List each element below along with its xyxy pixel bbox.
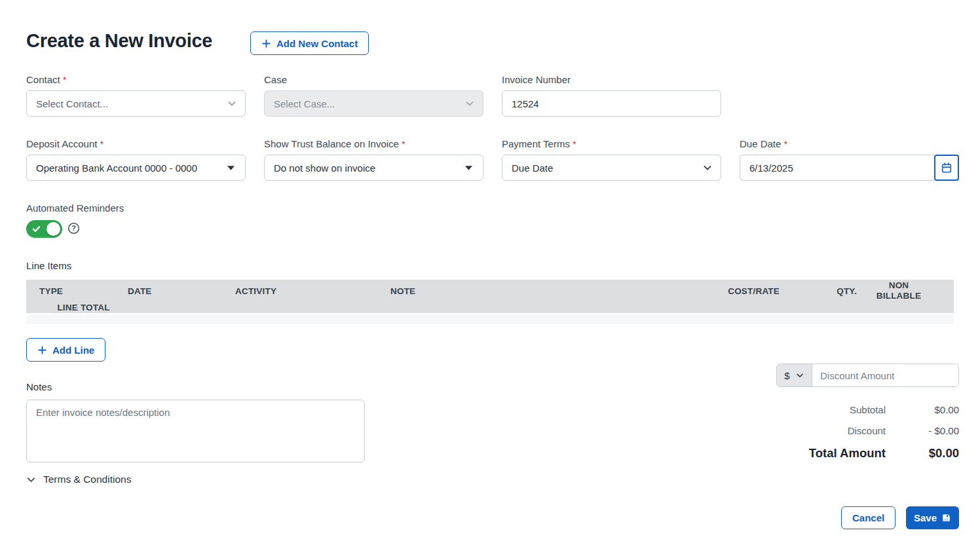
- column-header-line-total: LINE TOTAL: [39, 303, 128, 312]
- calendar-button[interactable]: [934, 155, 959, 181]
- chevron-down-icon: [26, 475, 36, 485]
- trust-balance-select-value: Do not show on invoice: [274, 162, 375, 174]
- contact-select-value: Select Contact...: [36, 98, 108, 109]
- save-button[interactable]: Save: [906, 506, 959, 529]
- case-field: Case Select Case...: [264, 74, 483, 117]
- due-date-group: [740, 155, 959, 181]
- contact-label: Contact*: [26, 74, 246, 85]
- chevron-down-icon: [227, 98, 237, 109]
- total-amount-row: Total Amount $0.00: [684, 446, 959, 470]
- contact-field: Contact* Select Contact...: [26, 74, 246, 117]
- add-line-button[interactable]: Add Line: [26, 338, 105, 362]
- subtotal-label: Subtotal: [850, 404, 886, 415]
- chevron-down-icon: [702, 162, 713, 173]
- discount-row: Discount - $0.00: [684, 425, 959, 446]
- add-new-contact-button[interactable]: Add New Contact: [250, 31, 369, 55]
- add-line-label: Add Line: [52, 345, 94, 356]
- invoice-number-field: Invoice Number: [502, 74, 721, 117]
- line-items-header-row: TYPE DATE ACTIVITY NOTE COST/RATE QTY. N…: [26, 280, 954, 313]
- line-items-empty-row: [26, 314, 954, 324]
- payment-terms-label-text: Payment Terms: [502, 138, 570, 149]
- case-select[interactable]: Select Case...: [264, 90, 483, 117]
- calendar-icon: [941, 162, 952, 174]
- payment-terms-label: Payment Terms*: [502, 138, 721, 149]
- terms-and-conditions-expander[interactable]: Terms & Conditions: [26, 474, 131, 485]
- toggle-knob: [47, 222, 60, 236]
- discount-amount-input[interactable]: [812, 364, 958, 386]
- contact-select[interactable]: Select Contact...: [26, 90, 246, 117]
- contact-label-text: Contact: [26, 74, 60, 85]
- case-select-value: Select Case...: [274, 98, 335, 109]
- svg-text:?: ?: [71, 224, 76, 232]
- deposit-account-label-text: Deposit Account: [26, 138, 97, 149]
- deposit-account-label: Deposit Account*: [26, 138, 246, 149]
- save-label: Save: [914, 512, 937, 523]
- due-date-label-text: Due Date: [740, 138, 781, 149]
- payment-terms-select[interactable]: Due Date: [502, 155, 721, 181]
- chevron-down-icon: [795, 371, 804, 380]
- deposit-account-select-value: Operating Bank Account 0000 - 0000: [36, 162, 197, 174]
- page-title: Create a New Invoice: [26, 30, 212, 52]
- case-label-text: Case: [264, 74, 287, 85]
- invoice-notes-textarea[interactable]: [26, 400, 365, 462]
- invoice-number-input[interactable]: [502, 90, 721, 117]
- trust-balance-select[interactable]: Do not show on invoice: [264, 155, 483, 181]
- invoice-number-label: Invoice Number: [502, 74, 721, 85]
- column-header-cost-rate: COST/RATE: [669, 286, 780, 296]
- caret-down-icon: [465, 166, 472, 170]
- terms-and-conditions-label: Terms & Conditions: [43, 474, 131, 485]
- column-header-note: NOTE: [390, 286, 669, 296]
- due-date-field: Due Date*: [740, 138, 959, 181]
- column-header-non-billable-text: NON BILLABLE: [875, 280, 922, 303]
- deposit-account-select[interactable]: Operating Bank Account 0000 - 0000: [26, 155, 246, 181]
- required-asterisk: *: [100, 138, 104, 149]
- required-asterisk: *: [402, 138, 405, 149]
- subtotal-value: $0.00: [886, 404, 959, 415]
- help-icon[interactable]: ?: [67, 222, 80, 237]
- total-amount-label: Total Amount: [809, 446, 886, 460]
- plus-icon: [261, 39, 271, 48]
- trust-balance-label-text: Show Trust Balance on Invoice: [264, 138, 399, 149]
- column-header-date: DATE: [128, 286, 235, 296]
- required-asterisk: *: [63, 74, 67, 85]
- caret-down-icon: [227, 166, 235, 170]
- column-header-qty: QTY.: [780, 286, 857, 296]
- payment-terms-select-value: Due Date: [512, 162, 553, 174]
- column-header-type: TYPE: [39, 286, 128, 296]
- cancel-button[interactable]: Cancel: [841, 506, 895, 529]
- trust-balance-label: Show Trust Balance on Invoice*: [264, 138, 483, 149]
- notes-label: Notes: [26, 381, 52, 392]
- required-asterisk: *: [573, 138, 576, 149]
- automated-reminders-label: Automated Reminders: [26, 202, 124, 214]
- trust-balance-field: Show Trust Balance on Invoice* Do not sh…: [264, 138, 483, 181]
- column-header-non-billable: NON BILLABLE: [857, 280, 941, 303]
- discount-currency-select[interactable]: $: [777, 364, 812, 386]
- invoice-number-label-text: Invoice Number: [502, 74, 571, 85]
- line-items-section-label: Line Items: [26, 260, 71, 271]
- total-amount-value: $0.00: [886, 446, 959, 460]
- case-label: Case: [264, 74, 483, 85]
- column-header-activity: ACTIVITY: [235, 286, 390, 296]
- discount-group: $: [776, 364, 959, 387]
- plus-icon: [37, 345, 47, 355]
- create-invoice-page: Create a New Invoice Add New Contact Con…: [0, 0, 980, 545]
- check-icon: [31, 224, 41, 234]
- deposit-account-field: Deposit Account* Operating Bank Account …: [26, 138, 246, 181]
- subtotal-row: Subtotal $0.00: [684, 404, 959, 425]
- currency-symbol: $: [784, 370, 789, 381]
- chevron-down-icon: [464, 98, 475, 109]
- discount-value: - $0.00: [886, 425, 959, 436]
- automated-reminders-toggle[interactable]: [26, 220, 62, 238]
- add-new-contact-label: Add New Contact: [276, 38, 358, 49]
- payment-terms-field: Payment Terms* Due Date: [502, 138, 721, 181]
- required-asterisk: *: [783, 138, 787, 149]
- cancel-label: Cancel: [852, 512, 884, 523]
- question-circle-icon: ?: [67, 222, 80, 235]
- due-date-label: Due Date*: [740, 138, 959, 149]
- totals-summary: Subtotal $0.00 Discount - $0.00 Total Am…: [684, 404, 959, 470]
- discount-label: Discount: [848, 425, 886, 436]
- save-floppy-icon: [941, 513, 951, 523]
- due-date-input[interactable]: [740, 155, 934, 181]
